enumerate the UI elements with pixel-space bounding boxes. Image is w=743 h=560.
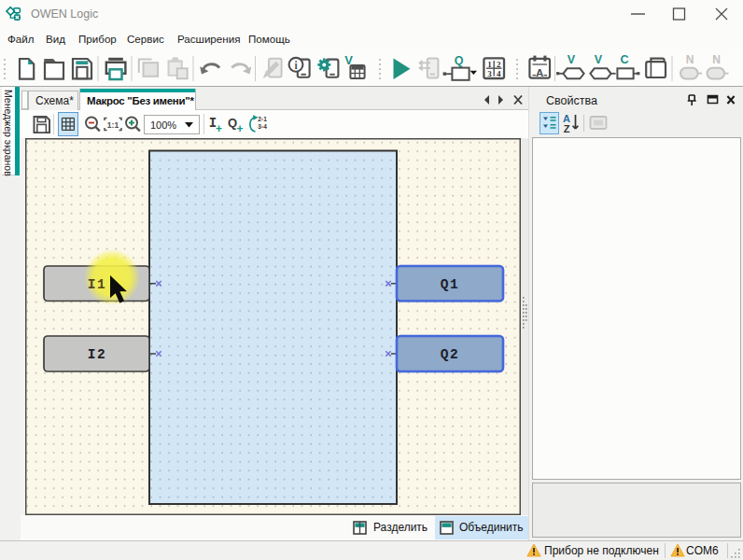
svg-text:3: 3: [258, 123, 261, 130]
svg-text:N: N: [712, 53, 721, 66]
svg-text:V: V: [568, 53, 576, 66]
svg-text:2: 2: [258, 116, 261, 122]
svg-text:Q1: Q1: [441, 277, 459, 292]
svg-text:I1: I1: [88, 277, 106, 292]
svg-text:Z: Z: [564, 123, 570, 134]
svg-text:C: C: [620, 53, 628, 66]
svg-text:+: +: [216, 122, 222, 135]
svg-text:2: 2: [497, 60, 501, 69]
svg-text:V: V: [595, 53, 603, 66]
svg-text:+: +: [236, 122, 243, 135]
svg-text:N: N: [686, 53, 694, 66]
svg-text:1: 1: [263, 116, 267, 122]
svg-text:Q: Q: [455, 54, 464, 67]
svg-text:A: A: [536, 67, 543, 78]
svg-text:I2: I2: [88, 347, 106, 362]
svg-text:1:1: 1:1: [107, 120, 119, 130]
svg-text:3: 3: [487, 69, 492, 78]
svg-text:4: 4: [263, 123, 267, 130]
svg-text:Q2: Q2: [441, 347, 459, 362]
svg-text:4: 4: [497, 69, 501, 78]
svg-text:1: 1: [487, 60, 492, 69]
